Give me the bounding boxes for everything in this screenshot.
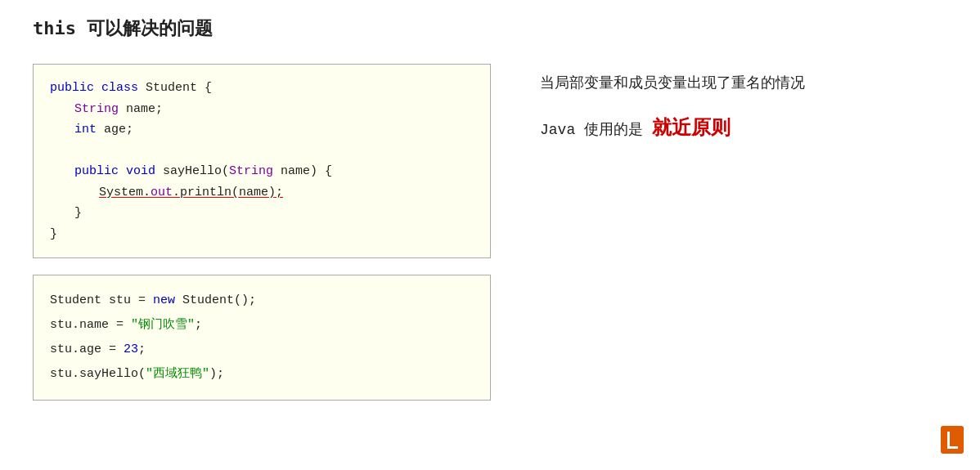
corner-bookmark-icon <box>941 426 964 454</box>
right-panel: 当局部变量和成员变量出现了重名的情况 Java 使用的是 就近原则 <box>540 64 805 149</box>
code-line: stu.sayHello("西域狂鸭"); <box>50 362 474 387</box>
code-line: } <box>74 203 474 224</box>
code-box-1: public class Student { String name; int … <box>33 64 491 258</box>
code-line: Student stu = new Student(); <box>50 289 474 313</box>
code-line: public class Student { <box>50 78 474 99</box>
code-line: } <box>50 224 474 245</box>
code-line: public void sayHello(String name) { <box>74 161 474 182</box>
description-line-2: Java 使用的是 就近原则 <box>540 106 805 150</box>
code-line-empty <box>50 141 474 162</box>
page-title: this 可以解决的问题 <box>33 16 947 41</box>
code-line: int age; <box>74 119 474 141</box>
code-line-underlined: System.out.println(name); <box>99 182 474 204</box>
code-line: stu.age = 23; <box>50 338 474 362</box>
code-line: stu.name = "钢门吹雪"; <box>50 313 474 338</box>
description-line-1: 当局部变量和成员变量出现了重名的情况 <box>540 67 805 100</box>
code-box-2: Student stu = new Student(); stu.name = … <box>33 275 491 401</box>
left-panel: public class Student { String name; int … <box>33 64 491 401</box>
main-layout: public class Student { String name; int … <box>33 64 947 401</box>
code-line: String name; <box>74 99 474 120</box>
